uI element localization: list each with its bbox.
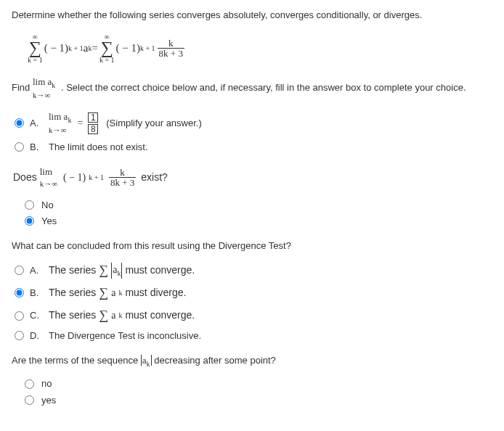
rhs-fraction: k 8k + 3 <box>158 38 184 58</box>
p2-num: k <box>118 168 126 177</box>
lhs-ak: a <box>84 41 89 56</box>
lhs-exp: k + 1 <box>68 44 84 54</box>
radio-1b[interactable] <box>15 142 24 152</box>
radio-2c[interactable] <box>15 311 24 321</box>
label-2d: D. <box>30 329 43 342</box>
yn2-no[interactable]: no <box>25 377 492 390</box>
choice-2a[interactable]: A. The series ∑ ak must converge. <box>15 261 492 279</box>
sum-bottom-r: k = 1 <box>99 57 115 64</box>
radio-yn1-no[interactable] <box>25 200 34 210</box>
rhs-exp: k + 1 <box>140 44 155 54</box>
label-2a: A. <box>30 264 43 277</box>
radio-2a[interactable] <box>15 266 24 275</box>
choice-2c[interactable]: C. The series ∑ ak must converge. <box>15 306 492 324</box>
label-yn1-no: No <box>41 199 54 212</box>
yn2-yes[interactable]: yes <box>25 394 492 407</box>
label-yn2-yes: yes <box>41 394 56 407</box>
prompt-decreasing: Are the terms of the sequence ak decreas… <box>12 354 492 369</box>
equals: = <box>92 41 97 56</box>
radio-1a[interactable] <box>15 118 24 128</box>
answer-num[interactable]: 1 <box>88 112 98 123</box>
question-text: Determine whether the following series c… <box>12 9 492 22</box>
label-yn2-no: no <box>41 377 52 390</box>
prompt-conclusion: What can be concluded from this result u… <box>12 239 492 253</box>
yn1-no[interactable]: No <box>25 199 492 212</box>
label-1b: B. <box>30 141 43 154</box>
radio-yn2-yes[interactable] <box>25 395 34 405</box>
text-1b: The limit does not exist. <box>49 141 148 154</box>
p2-den: 8k + 3 <box>109 178 136 187</box>
sigma-icon: ∑ <box>29 41 41 57</box>
answer-fraction[interactable]: 1 8 <box>88 112 98 135</box>
note-1a: (Simplify your answer.) <box>106 117 201 130</box>
radio-yn1-yes[interactable] <box>25 216 34 226</box>
prompt-does-exist: Does lim k→∞ ( − 1)k + 1 k 8k + 3 exist? <box>13 165 492 190</box>
choice-group-1: A. lim ak k→∞ = 1 8 (Simplify your answe… <box>15 110 492 154</box>
choice-2b[interactable]: B. The series ∑ ak must diverge. <box>15 284 492 302</box>
radio-2b[interactable] <box>15 288 24 297</box>
label-1a: A. <box>30 117 43 130</box>
eq-1a: = <box>77 116 83 131</box>
answer-den[interactable]: 8 <box>88 124 98 134</box>
label-2c: C. <box>30 309 43 322</box>
lhs-base: ( − 1) <box>44 41 68 56</box>
label-2b: B. <box>30 287 43 300</box>
sigma-icon: ∑ <box>101 41 113 57</box>
choice-group-2: A. The series ∑ ak must converge. B. The… <box>15 261 492 342</box>
rhs-base: ( − 1) <box>116 41 140 56</box>
text-2d: The Divergence Test is inconclusive. <box>49 329 201 342</box>
series-equation: ∞ ∑ k = 1 ( − 1)k + 1ak = ∞ ∑ k = 1 ( − … <box>26 33 492 64</box>
frac-den: 8k + 3 <box>158 49 184 58</box>
frac-num: k <box>167 38 175 48</box>
sum-bottom: k = 1 <box>28 57 43 64</box>
yn1-yes[interactable]: Yes <box>25 215 492 228</box>
prompt-find-limit: Find lim ak k→∞ . Select the correct cho… <box>12 75 492 102</box>
yesno-group-2: no yes <box>25 377 492 406</box>
radio-yn2-no[interactable] <box>25 379 34 389</box>
choice-1a[interactable]: A. lim ak k→∞ = 1 8 (Simplify your answe… <box>15 110 492 136</box>
radio-2d[interactable] <box>15 331 24 340</box>
yesno-group-1: No Yes <box>25 199 492 228</box>
choice-2d[interactable]: D. The Divergence Test is inconclusive. <box>15 329 492 342</box>
label-yn1-yes: Yes <box>41 215 57 228</box>
choice-1b[interactable]: B. The limit does not exist. <box>15 141 492 154</box>
